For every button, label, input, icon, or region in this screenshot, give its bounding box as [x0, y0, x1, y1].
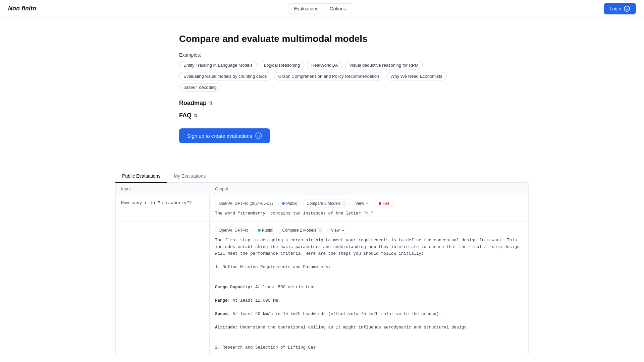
tab-public-evaluations[interactable]: Public Evaluations [115, 170, 167, 183]
example-tag[interactable]: base64 decoding [179, 83, 221, 92]
model-tag-1[interactable]: OpenAI: GPT-4o (2024-05-13) [215, 200, 276, 207]
compare-tag-1[interactable]: Compare 3 Models ⓘ [303, 199, 350, 207]
evaluations-section: Public Evaluations My Evaluations Input … [107, 170, 537, 355]
example-tag[interactable]: Why We Need Economists [386, 72, 446, 80]
view-btn-1[interactable]: View → [352, 200, 373, 207]
roadmap-heading[interactable]: Roadmap ⇅ [179, 100, 465, 107]
signup-icon: ⊙ [255, 132, 262, 139]
hero-section: Compare and evaluate multimodal models E… [171, 17, 473, 170]
output-cell-2: OpenAI: GPT-4o Public Compare 2 Models ⓘ… [210, 222, 528, 355]
info-icon-2: ⓘ [318, 227, 322, 233]
faq-label: FAQ [179, 112, 192, 119]
table-row: OpenAI: GPT-4o Public Compare 2 Models ⓘ… [116, 222, 528, 355]
model-tag-2[interactable]: OpenAI: GPT-4o [215, 227, 252, 234]
evals-table: Input Output How many r in "strawberry"?… [115, 183, 529, 355]
tags-container: Entity Tracking in Language ModelsLogica… [179, 61, 465, 92]
visibility-tag-1[interactable]: Public [278, 200, 301, 207]
fail-dot-1 [379, 202, 381, 205]
visibility-tag-2[interactable]: Public [254, 227, 277, 234]
page-title: Compare and evaluate multimodal models [179, 34, 465, 44]
faq-heading[interactable]: FAQ ⇅ [179, 112, 465, 119]
input-header: Input [121, 186, 215, 191]
login-icon: ⊙ [624, 6, 630, 12]
examples-label: Examples: [179, 52, 465, 58]
example-tag[interactable]: RealWorldQA [307, 61, 342, 69]
table-header: Input Output [116, 183, 528, 195]
example-tag[interactable]: Logical Reasoning [260, 61, 304, 69]
signup-button[interactable]: Sign up to create evaluations ⊙ [179, 128, 270, 143]
info-icon-1: ⓘ [342, 200, 346, 206]
visibility-dot-1 [282, 202, 285, 205]
roadmap-section: Roadmap ⇅ [179, 100, 465, 107]
nav-options[interactable]: Options [324, 4, 351, 13]
example-tag[interactable]: Graph Comprehension and Policy Recommend… [274, 72, 384, 80]
output-meta-1: OpenAI: GPT-4o (2024-05-13) Public Compa… [215, 199, 523, 207]
nav-evaluations[interactable]: Evaluations [289, 4, 324, 13]
brand-logo: Non finito [8, 5, 36, 12]
output-cell-1: OpenAI: GPT-4o (2024-05-13) Public Compa… [210, 195, 528, 222]
tabs-row: Public Evaluations My Evaluations [115, 170, 529, 183]
input-text-1: How many r in "strawberry"? [121, 200, 192, 205]
signup-label: Sign up to create evaluations [187, 133, 252, 139]
output-text-2: The first step in designing a cargo airs… [215, 237, 523, 351]
visibility-dot-2 [258, 229, 261, 232]
example-tag[interactable]: Entity Tracking in Language Models [179, 61, 257, 69]
login-button[interactable]: Login ⊙ [604, 3, 636, 14]
roadmap-chevron: ⇅ [209, 101, 213, 106]
compare-tag-2[interactable]: Compare 2 Models ⓘ [278, 226, 325, 234]
input-cell-1: How many r in "strawberry"? [116, 195, 210, 222]
faq-chevron: ⇅ [194, 113, 198, 118]
example-tag[interactable]: Evaluating visual models by counting car… [179, 72, 271, 80]
fail-badge-1: Fail [375, 200, 393, 207]
input-cell-2 [116, 222, 210, 355]
login-label: Login [610, 6, 621, 11]
faq-section: FAQ ⇅ [179, 112, 465, 119]
example-tag[interactable]: Visual deductive reasoning for RPM [345, 61, 423, 69]
navbar: Non finito Evaluations Options Login ⊙ [0, 0, 644, 17]
output-header: Output [215, 186, 523, 191]
roadmap-label: Roadmap [179, 100, 207, 107]
output-meta-2: OpenAI: GPT-4o Public Compare 2 Models ⓘ… [215, 226, 523, 234]
table-row: How many r in "strawberry"? OpenAI: GPT-… [116, 195, 528, 222]
tab-my-evaluations[interactable]: My Evaluations [167, 170, 212, 183]
nav-tabs: Evaluations Options [288, 3, 353, 14]
output-text-1: The word "strawberry" contains two insta… [215, 210, 523, 217]
view-btn-2[interactable]: View → [327, 227, 348, 234]
